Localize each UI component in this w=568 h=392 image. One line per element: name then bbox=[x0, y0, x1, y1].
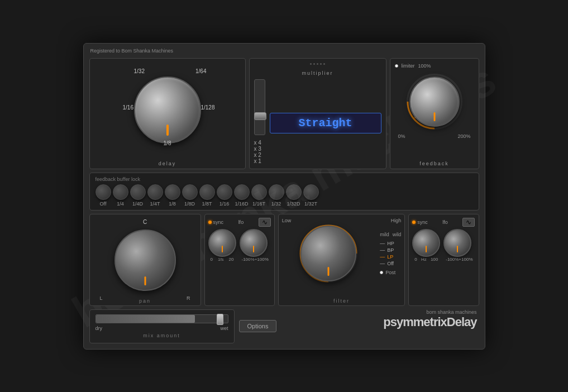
multiplier-slider-container: x 4 x 3 x 2 x 1 bbox=[254, 79, 265, 164]
filter-hp[interactable]: —HP bbox=[380, 241, 401, 246]
lfo-right-panel: sync lfo ∿ 0 Hz 100 bbox=[408, 214, 479, 306]
filter-lp[interactable]: —LP bbox=[380, 254, 401, 260]
filter-low-label: Low bbox=[282, 218, 292, 223]
limiter-row: limiter 100% bbox=[395, 63, 431, 69]
tap-1/8T-btn[interactable] bbox=[199, 184, 215, 200]
buffer-lock-label: feedback buffer lock bbox=[96, 176, 473, 182]
tap-1/8T: 1/8T bbox=[199, 184, 215, 207]
lfo-left-header: sync lfo ∿ bbox=[208, 218, 271, 227]
top-section: 1/32 1/64 1/16 1/128 1/8 delay multiplie… bbox=[89, 58, 479, 169]
lfo-left-amount-high: +100% bbox=[255, 257, 269, 262]
multiplier-slider-thumb bbox=[254, 112, 266, 120]
mult-x4: x 4 bbox=[254, 140, 261, 146]
mult-x1: x 1 bbox=[254, 158, 261, 164]
tap-1/8D-btn[interactable] bbox=[182, 184, 198, 200]
tap-off: Off bbox=[96, 184, 111, 207]
tap-1/16T-btn[interactable] bbox=[251, 184, 267, 200]
tap-1/32D-btn[interactable] bbox=[286, 184, 302, 200]
tap-1/16T: 1/16T bbox=[251, 184, 267, 207]
delay-panel-label: delay bbox=[159, 161, 176, 166]
lfo-right-header: sync lfo ∿ bbox=[412, 218, 475, 227]
mix-slider-thumb[interactable] bbox=[217, 314, 223, 325]
multiplier-label: multiplier bbox=[254, 70, 381, 76]
tap-1/16-btn[interactable] bbox=[217, 184, 232, 200]
mix-slider-fill bbox=[96, 315, 195, 323]
tap-1/4T-btn[interactable] bbox=[147, 184, 163, 200]
feedback-100pct: 100% bbox=[418, 63, 431, 69]
tap-1/32-btn[interactable] bbox=[269, 184, 284, 200]
feedback-marker bbox=[433, 112, 435, 121]
pan-bottom-label: pan bbox=[139, 298, 151, 304]
dry-label: dry bbox=[96, 326, 103, 331]
tap-1/16T-label: 1/16T bbox=[252, 201, 265, 207]
mult-x2: x 2 bbox=[254, 152, 261, 158]
lfo-right-hz-label: Hz bbox=[421, 257, 427, 262]
delay-knob[interactable] bbox=[134, 77, 201, 144]
brand-large: psymmetrixDelay bbox=[383, 315, 476, 329]
feedback-panel-label: feedback bbox=[419, 161, 449, 166]
options-button[interactable]: Options bbox=[239, 320, 277, 332]
registration-text: Registered to Bom Shanka Machines bbox=[90, 48, 174, 54]
feedback-percent-labels: 0% 200% bbox=[398, 133, 471, 139]
delay-knob-marker bbox=[166, 125, 169, 136]
lfo-right-label: lfo bbox=[442, 219, 448, 225]
tap-1/32T-label: 1/32T bbox=[304, 201, 317, 207]
lfo-right-rate-marker bbox=[426, 246, 427, 252]
lfo-left-wave-btn[interactable]: ∿ bbox=[259, 218, 271, 227]
tap-1/16: 1/16 bbox=[217, 184, 232, 207]
tap-1/8-label: 1/8 bbox=[169, 201, 176, 207]
tap-1/4T: 1/4T bbox=[147, 184, 163, 207]
lfo-left-knobs: 0 1fs 20 -100% +100% bbox=[208, 229, 271, 262]
lfo-left-range-high: 20 bbox=[229, 257, 234, 262]
buffer-lock-row: feedback buffer lock Off 1/4 1/4D 1/4T 1… bbox=[89, 173, 479, 211]
lfo-right-sync-label: sync bbox=[417, 219, 428, 225]
lfo-right-range-low: 0 bbox=[414, 257, 417, 262]
tap-1/16D-label: 1/16D bbox=[235, 201, 248, 207]
delay-label-1/8: 1/8 bbox=[164, 140, 171, 146]
pan-knob[interactable] bbox=[114, 230, 176, 291]
lfo-left-amount-knob[interactable] bbox=[240, 229, 268, 257]
delay-knob-area: 1/32 1/64 1/16 1/128 1/8 bbox=[123, 65, 212, 155]
feedback-knob[interactable] bbox=[409, 77, 460, 127]
feedback-panel: limiter 100% 0% 200% feedback bbox=[390, 58, 479, 169]
filter-knob-marker bbox=[328, 267, 330, 276]
filter-main-knob[interactable] bbox=[300, 226, 356, 281]
tap-1/32T-btn[interactable] bbox=[303, 184, 319, 200]
feedback-knob-wrap bbox=[404, 71, 465, 132]
filter-high-label: High bbox=[391, 218, 402, 223]
lfo-right-knobs: 0 Hz 100 -100% +100% bbox=[412, 229, 475, 262]
tap-1/4-btn[interactable] bbox=[113, 184, 128, 200]
options-wrapper: Options bbox=[239, 309, 277, 343]
lfo-left-label: lfo bbox=[238, 219, 244, 225]
pan-c-label: C bbox=[94, 219, 196, 225]
mix-amount-label: mix amount bbox=[96, 333, 228, 338]
tap-1/4-label: 1/4 bbox=[117, 201, 124, 207]
lfo-right-amount-marker bbox=[457, 246, 458, 252]
feedback-200pct: 200% bbox=[457, 133, 470, 139]
filter-post-label: Post bbox=[385, 270, 395, 275]
lfo-right-amount-knob[interactable] bbox=[443, 229, 471, 257]
multiplier-slider[interactable] bbox=[254, 79, 265, 135]
lfo-left-range-mid: 1fs bbox=[218, 257, 224, 262]
lfo-right-wave-btn[interactable]: ∿ bbox=[462, 218, 475, 227]
multiplier-display[interactable]: Straight bbox=[270, 113, 381, 133]
tap-off-label: Off bbox=[100, 201, 107, 207]
tap-1/4: 1/4 bbox=[113, 184, 128, 207]
tap-off-btn[interactable] bbox=[96, 184, 111, 200]
filter-bp[interactable]: —BP bbox=[380, 247, 401, 253]
tap-1/32-label: 1/32 bbox=[271, 201, 281, 207]
lfo-right-rate-knob[interactable] bbox=[412, 229, 440, 257]
lfo-left-sync-led bbox=[208, 221, 212, 224]
tap-1/4D-btn[interactable] bbox=[130, 184, 146, 200]
lfo-left-rate-knob[interactable] bbox=[208, 229, 236, 257]
filter-off[interactable]: —Off bbox=[380, 261, 401, 266]
brand-small: bom shanka machines bbox=[281, 309, 476, 315]
tap-1/8-btn[interactable] bbox=[165, 184, 180, 200]
lfo-right-amount-high: +100% bbox=[459, 257, 472, 262]
tap-1/16D-btn[interactable] bbox=[234, 184, 250, 200]
lfo-left-sync-label: sync bbox=[213, 219, 224, 225]
tap-1/32: 1/32 bbox=[269, 184, 284, 207]
tap-1/4D: 1/4D bbox=[130, 184, 146, 207]
bottom-bar: dry wet mix amount Options bom shanka ma… bbox=[89, 309, 479, 343]
tap-1/8: 1/8 bbox=[165, 184, 180, 207]
